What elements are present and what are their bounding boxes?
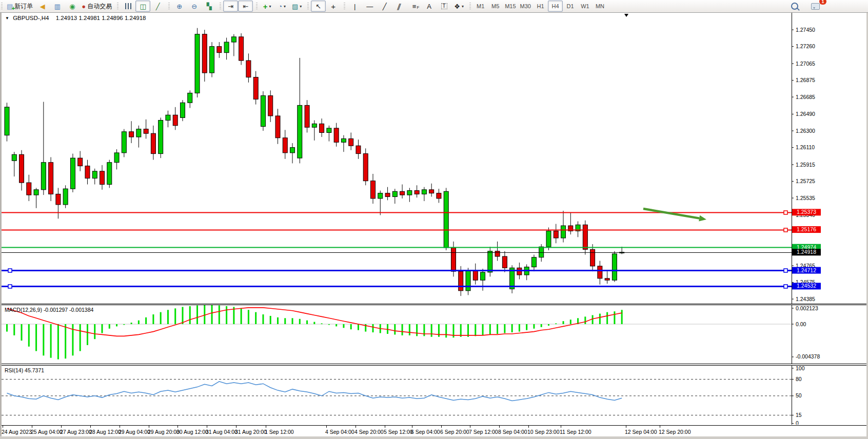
support-line-blue-1-handle[interactable] xyxy=(8,269,12,272)
svg-text:1.26685: 1.26685 xyxy=(796,94,815,100)
horizontal-line-button[interactable]: — xyxy=(362,1,377,12)
cursor-group: ↖+ xyxy=(306,0,343,12)
templates-button[interactable]: ▨▾ xyxy=(289,1,304,12)
timeframe-h4-button[interactable]: H4 xyxy=(548,1,563,12)
timeframe-h1-button[interactable]: H1 xyxy=(533,1,548,12)
svg-text:1.24712: 1.24712 xyxy=(797,267,816,273)
tile-windows-button[interactable]: ▚ xyxy=(202,1,216,12)
chevron-down-icon[interactable]: ▾ xyxy=(284,4,286,9)
cursor-icon: ↖ xyxy=(315,3,321,10)
rsi-axis: 1008050150 xyxy=(792,366,805,425)
time-tick xyxy=(207,426,207,428)
current-price-line-price-label: 1.24918 xyxy=(792,249,821,255)
trend-arrow-annotation[interactable] xyxy=(643,209,706,222)
crosshair-button[interactable]: + xyxy=(326,1,341,12)
time-label: 10 Sep 23:00 xyxy=(527,429,559,435)
timeframe-d1-button-label: D1 xyxy=(566,3,574,9)
rsi-canvas[interactable]: 1008050150 xyxy=(2,366,866,425)
time-label: 24 Aug 2023 xyxy=(2,429,32,435)
support-line-blue-1-handle[interactable] xyxy=(784,269,787,272)
zoom-in-button[interactable]: ⊕ xyxy=(172,1,187,12)
time-label: 6 Sep 04:00 xyxy=(411,429,440,435)
market-watch-button[interactable]: ▥ xyxy=(50,1,65,12)
new-order-button[interactable]: ▤新订单 xyxy=(5,1,35,12)
channel-button[interactable]: ∥ xyxy=(392,1,407,12)
sound-button[interactable]: ◀ xyxy=(35,1,50,12)
price-chart-canvas[interactable]: 1.274501.272601.270651.268751.266851.264… xyxy=(2,13,866,304)
resistance-line-2-handle[interactable] xyxy=(784,228,787,232)
time-label: 29 Aug 20:00 xyxy=(148,429,180,435)
rsi-pane[interactable]: RSI(14) 45.7371 1008050150 xyxy=(2,365,866,425)
timeframe-w1-button[interactable]: W1 xyxy=(578,1,593,12)
time-tick xyxy=(266,426,266,428)
new-order-icon: ▤ xyxy=(7,3,13,10)
svg-text:1.25535: 1.25535 xyxy=(796,195,815,201)
bar-chart-button[interactable] xyxy=(121,1,135,12)
timeframe-mn-button[interactable]: MN xyxy=(593,1,607,12)
svg-text:0.00: 0.00 xyxy=(796,321,806,327)
periods-clock-icon: ◔ xyxy=(278,3,282,10)
timeframe-m1-button[interactable]: M1 xyxy=(473,1,488,12)
timeframe-m5-button[interactable]: M5 xyxy=(488,1,503,12)
macd-canvas[interactable]: 0.0021230.00-0.004378 xyxy=(2,305,866,364)
svg-text:1.27065: 1.27065 xyxy=(796,61,815,67)
signal-icon: ◉ xyxy=(69,3,75,10)
trendline-button[interactable]: ╱ xyxy=(377,1,392,12)
text-button[interactable]: A xyxy=(422,1,437,12)
timeframe-h1-button-label: H1 xyxy=(537,3,544,9)
channel-icon: ∥ xyxy=(397,3,402,10)
time-label: 28 Aug 12:00 xyxy=(89,429,121,435)
resistance-line-1-handle[interactable] xyxy=(784,211,787,214)
chart-shift-button[interactable]: ⇤ xyxy=(238,1,253,12)
text-label-button[interactable]: T xyxy=(437,1,451,12)
auto-trading-button[interactable]: ●自动交易 xyxy=(80,1,114,12)
time-label: 29 Aug 04:00 xyxy=(119,429,150,435)
bar-chart-icon xyxy=(125,3,131,9)
time-axis[interactable]: 24 Aug 202325 Aug 04:0027 Aug 23:0028 Au… xyxy=(2,425,866,436)
timeframe-m15-button[interactable]: M15 xyxy=(503,1,518,12)
timeframe-mn-button-label: MN xyxy=(596,3,604,9)
auto-trading-icon: ● xyxy=(82,3,86,10)
arrows-button[interactable]: ❖▾ xyxy=(451,1,466,12)
svg-text:1.26490: 1.26490 xyxy=(796,111,815,117)
time-tick xyxy=(356,426,356,428)
svg-text:100: 100 xyxy=(796,366,805,371)
time-label: 12 Sep 04:00 xyxy=(625,429,657,435)
fibonacci-button[interactable]: ≡ xyxy=(407,1,422,12)
collapse-triangle-icon[interactable]: ▼ xyxy=(5,16,9,21)
timeframe-d1-button[interactable]: D1 xyxy=(563,1,578,12)
svg-text:1.24918: 1.24918 xyxy=(797,249,816,255)
auto-scroll-button[interactable]: ⇥ xyxy=(223,1,238,12)
price-pane[interactable]: ▼ GBPUSD-,H4 1.24913 1.24981 1.24896 1.2… xyxy=(2,13,866,304)
trade-group: ▤新订单◀▥◉●自动交易 xyxy=(0,0,116,12)
zoom-in-icon: ⊕ xyxy=(176,3,182,10)
time-label: 12 Sep 20:00 xyxy=(659,429,691,435)
line-chart-button[interactable]: ╱ xyxy=(150,1,165,12)
tile-windows-icon: ▚ xyxy=(207,3,212,10)
chevron-down-icon[interactable]: ▾ xyxy=(269,4,271,9)
vertical-line-icon: | xyxy=(354,3,356,10)
zoom-out-button[interactable]: ⊖ xyxy=(187,1,202,12)
timeframe-m30-button[interactable]: M30 xyxy=(518,1,533,12)
support-line-blue-2-handle[interactable] xyxy=(784,285,787,288)
candlestick-chart-button[interactable]: ◫ xyxy=(135,1,150,12)
time-tick xyxy=(3,426,3,428)
support-line-blue-1-price-label: 1.24712 xyxy=(792,267,821,274)
support-line-blue-2-handle[interactable] xyxy=(8,285,12,288)
cursor-button[interactable]: ↖ xyxy=(311,1,326,12)
svg-text:1.27450: 1.27450 xyxy=(796,27,815,33)
chart-shift-marker-icon[interactable] xyxy=(624,14,628,17)
chat-button[interactable]: 1 xyxy=(808,1,823,12)
periods-button[interactable]: ◔▾ xyxy=(274,1,289,12)
indicators-button[interactable]: +▾ xyxy=(260,1,274,12)
search-button[interactable] xyxy=(787,1,802,12)
chevron-down-icon[interactable]: ▾ xyxy=(462,4,464,9)
chevron-down-icon[interactable]: ▾ xyxy=(300,4,302,9)
svg-text:1.25725: 1.25725 xyxy=(796,178,815,184)
macd-pane[interactable]: MACD(12,26,9) -0.001297 -0.001384 0.0021… xyxy=(2,305,866,364)
time-label: 8 Sep 04:00 xyxy=(498,429,527,435)
vertical-line-button[interactable]: | xyxy=(347,1,362,12)
time-label: 1 Sep 12:00 xyxy=(265,429,294,435)
signals-button[interactable]: ◉ xyxy=(65,1,80,12)
crosshair-icon: + xyxy=(331,3,336,10)
